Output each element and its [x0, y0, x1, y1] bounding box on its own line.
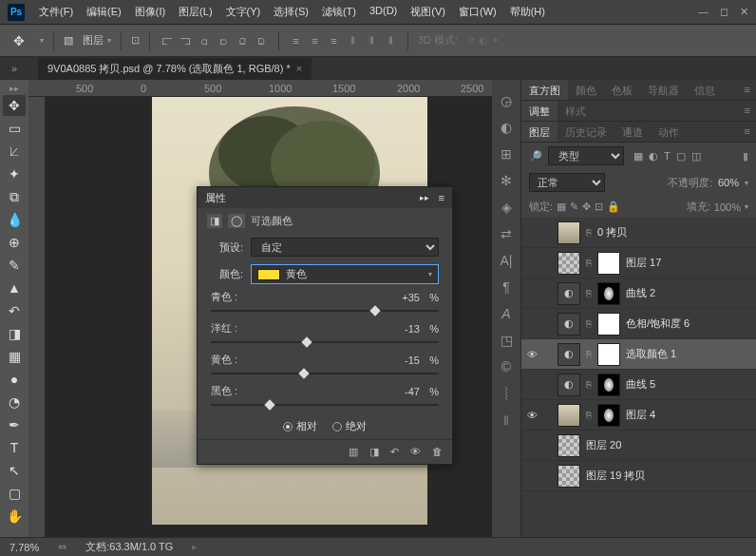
brush-preset-icon[interactable]: ⦚: [503, 386, 510, 401]
layer-thumb[interactable]: [558, 252, 580, 275]
link-icon[interactable]: ⎘: [586, 288, 592, 298]
zoom-level[interactable]: 7.78%: [9, 542, 39, 553]
lock-all-icon[interactable]: 🔒: [607, 201, 620, 213]
layer-item[interactable]: ◐⎘曲线 2: [521, 278, 756, 309]
lock-px-icon[interactable]: ▦: [557, 201, 566, 213]
tools-collapse-icon[interactable]: ▸▸: [9, 84, 19, 93]
tab-直方图[interactable]: 直方图: [521, 80, 568, 100]
history-brush-tool[interactable]: ↶: [3, 300, 26, 321]
clip-icon[interactable]: ▥: [349, 446, 358, 458]
move-tool-icon[interactable]: ✥: [8, 30, 30, 51]
link-icon[interactable]: ⎘: [586, 410, 592, 420]
blend-mode-select[interactable]: 正常: [529, 173, 605, 192]
layer-thumb[interactable]: [558, 404, 580, 427]
tab-历史记录[interactable]: 历史记录: [558, 122, 614, 142]
text-tool[interactable]: T: [3, 437, 26, 458]
tab-信息[interactable]: 信息: [687, 80, 723, 100]
lasso-tool[interactable]: ⟀: [3, 141, 26, 162]
slider-黑色 :[interactable]: 黑色 :-47%: [198, 382, 452, 413]
menu-滤镜(T)[interactable]: 滤镜(T): [315, 5, 363, 19]
layer-item[interactable]: ⎘0 拷贝: [521, 218, 756, 248]
filter-adjust-icon[interactable]: ◐: [649, 150, 658, 163]
layer-thumb[interactable]: ◐: [558, 343, 580, 366]
layer-thumb[interactable]: [597, 313, 620, 336]
collapse-panel-icon[interactable]: ▸▸: [420, 193, 429, 202]
shape-tool[interactable]: ▢: [3, 483, 26, 504]
magic-wand-tool[interactable]: ✦: [3, 163, 26, 184]
char-a-icon[interactable]: A|: [501, 253, 513, 268]
layer-thumb[interactable]: [597, 252, 620, 275]
visibility-toggle[interactable]: 👁: [527, 410, 540, 421]
preset-select[interactable]: 自定: [251, 238, 439, 257]
layer-thumb[interactable]: [597, 374, 620, 396]
tab-通道[interactable]: 通道: [614, 122, 651, 142]
layer-thumb[interactable]: [558, 465, 580, 488]
tab-动作[interactable]: 动作: [651, 122, 687, 142]
layer-item[interactable]: ◐⎘色相/饱和度 6: [521, 309, 756, 339]
opacity-value[interactable]: 60%: [718, 177, 739, 188]
lock-pos-icon[interactable]: ✥: [582, 201, 591, 213]
properties-panel[interactable]: 属性 ▸▸ ≡ ◨ ◯ 可选颜色 预设: 自定 颜色: 黄色 ▾ 青色 :+35…: [197, 186, 453, 465]
layer-thumb[interactable]: [558, 221, 580, 244]
layer-thumb[interactable]: [597, 343, 620, 366]
layer-item[interactable]: ◐⎘曲线 5: [521, 370, 756, 400]
crop-tool[interactable]: ⧉: [3, 186, 26, 207]
properties-header[interactable]: 属性 ▸▸ ≡: [198, 187, 452, 208]
dodge-tool[interactable]: ◔: [3, 392, 26, 412]
close-tab-icon[interactable]: ×: [296, 63, 302, 74]
search-icon[interactable]: 🔎: [529, 150, 542, 163]
absolute-radio[interactable]: 绝对: [332, 419, 367, 433]
font-icon[interactable]: A: [501, 306, 510, 321]
relative-radio[interactable]: 相对: [283, 419, 317, 433]
pen-tool[interactable]: ✒: [3, 414, 26, 435]
eraser-tool[interactable]: ◨: [3, 323, 26, 344]
filter-type-select[interactable]: 类型: [548, 146, 624, 165]
layer-thumb[interactable]: [597, 282, 620, 305]
menu-窗口(W)[interactable]: 窗口(W): [452, 5, 503, 19]
stamp-tool[interactable]: ▲: [3, 278, 26, 298]
swatches-icon[interactable]: ◳: [501, 333, 513, 348]
view-prev-icon[interactable]: ◨: [369, 446, 379, 458]
marquee-tool[interactable]: ▭: [3, 118, 26, 139]
status-handle-icon[interactable]: ▸: [192, 541, 198, 553]
status-arrows-icon[interactable]: ⇔: [58, 541, 66, 553]
close-button[interactable]: ✕: [740, 6, 748, 18]
link-icon[interactable]: ⎘: [586, 379, 592, 390]
cube-icon[interactable]: ◈: [501, 200, 512, 215]
gradient-tool[interactable]: ▦: [3, 346, 26, 367]
layer-thumb[interactable]: ◐: [558, 313, 580, 336]
tab-颜色[interactable]: 颜色: [568, 80, 604, 100]
panel-menu-icon[interactable]: ≡: [739, 122, 756, 142]
menu-编辑(E)[interactable]: 编辑(E): [80, 5, 128, 19]
fill-value[interactable]: 100%: [714, 201, 741, 213]
panel-menu-icon[interactable]: ≡: [739, 80, 756, 100]
filter-shape-icon[interactable]: ▢: [676, 150, 686, 163]
link-icon[interactable]: ⎘: [586, 349, 592, 359]
layer-thumb[interactable]: ◐: [558, 282, 580, 305]
reset-icon[interactable]: ↶: [390, 446, 399, 458]
styles-icon[interactable]: ⊞: [501, 146, 512, 162]
tool-preset-icon[interactable]: ⦀: [503, 412, 509, 429]
link-icon[interactable]: ⎘: [586, 318, 592, 329]
menu-图层(L)[interactable]: 图层(L): [172, 5, 218, 19]
slider-青色 :[interactable]: 青色 :+35%: [198, 288, 452, 319]
collapse-icon[interactable]: »: [11, 63, 23, 74]
cc-icon[interactable]: ©: [501, 359, 511, 374]
eyedropper-tool[interactable]: 💧: [3, 209, 26, 230]
filter-pixel-icon[interactable]: ▦: [633, 150, 643, 163]
move-tool[interactable]: ✥: [3, 95, 26, 116]
slider-洋红 :[interactable]: 洋红 :-13%: [198, 319, 452, 351]
menu-文字(Y)[interactable]: 文字(Y): [219, 5, 268, 19]
tab-图层[interactable]: 图层: [521, 122, 558, 142]
color-select[interactable]: 黄色 ▾: [251, 264, 439, 284]
tab-导航器[interactable]: 导航器: [640, 80, 687, 100]
paragraph-icon[interactable]: ¶: [502, 279, 510, 295]
menu-文件(F)[interactable]: 文件(F): [32, 5, 80, 19]
visibility-icon[interactable]: 👁: [410, 446, 421, 458]
layer-thumb[interactable]: ◐: [558, 374, 580, 396]
menu-帮助(H)[interactable]: 帮助(H): [503, 5, 552, 19]
layer-item[interactable]: 图层 19 拷贝: [521, 461, 756, 491]
hand-tool[interactable]: ✋: [3, 506, 26, 527]
layer-item[interactable]: ⎘图层 17: [521, 248, 756, 278]
panel-menu-icon[interactable]: ≡: [439, 192, 444, 203]
